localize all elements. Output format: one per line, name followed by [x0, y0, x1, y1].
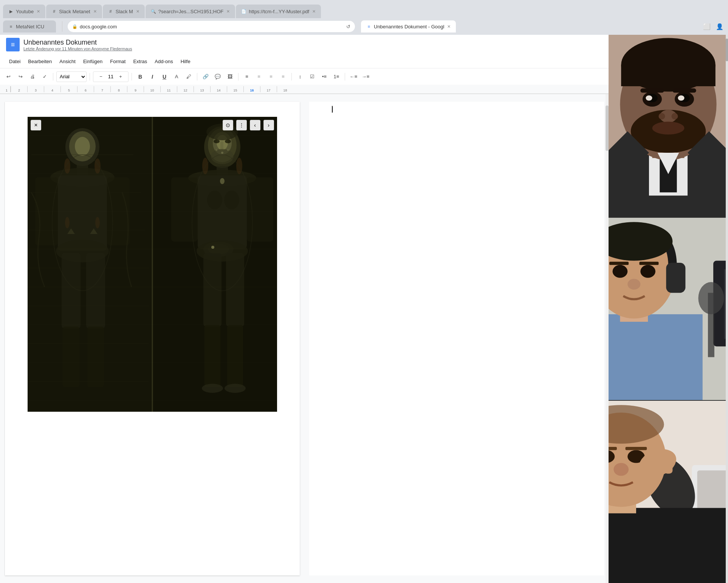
decrease-indent-button[interactable]: ←≡ — [348, 71, 359, 82]
text-cursor-indicator: | — [332, 106, 333, 113]
image-focus-button[interactable]: ⊙ — [223, 120, 233, 130]
font-size-decrease[interactable]: − — [96, 71, 106, 82]
tab-metanet-icu[interactable]: ≡ MetaNet ICU — [3, 20, 56, 33]
tab-slack-m-close[interactable]: ✕ — [136, 9, 139, 14]
print-button[interactable]: 🖨 — [27, 71, 38, 82]
svg-point-93 — [678, 95, 685, 101]
text-color-button[interactable]: A — [171, 71, 182, 82]
menu-addons[interactable]: Add-ons — [152, 57, 176, 66]
tab-gdocs[interactable]: ≡ Unbenanntes Dokument - Googl ✕ — [361, 20, 456, 33]
image-next-button[interactable]: › — [263, 120, 274, 130]
increase-indent-button[interactable]: →≡ — [360, 71, 371, 82]
address-bar[interactable]: 🔒 docs.google.com ↺ — [68, 21, 355, 32]
spellcheck-button[interactable]: ✓ — [39, 71, 50, 82]
user-profile-button[interactable]: 👤 — [714, 21, 725, 32]
ruler-mark-11: 11 — [160, 86, 177, 92]
svg-point-114 — [613, 265, 628, 278]
svg-rect-46 — [203, 253, 221, 327]
undo-button[interactable]: ↩ — [3, 71, 14, 82]
svg-point-99 — [652, 122, 684, 135]
tab-slack-m[interactable]: # Slack M ✕ — [103, 5, 145, 18]
gdocs-content-wrapper: ✕ ⊙ ⋮ ‹ › — [0, 94, 609, 583]
toolbar-divider-6 — [291, 73, 292, 81]
checklist-button[interactable]: ☑ — [307, 71, 318, 82]
menu-bearbeiten[interactable]: Bearbeiten — [25, 57, 55, 66]
extensions-button[interactable]: ⬜ — [702, 21, 712, 32]
url-text: docs.google.com — [80, 24, 344, 29]
tab-youtube[interactable]: ▶ Youtube ✕ — [3, 5, 45, 18]
menu-ansicht[interactable]: Ansicht — [56, 57, 79, 66]
menu-format[interactable]: Format — [107, 57, 129, 66]
svg-point-97 — [658, 113, 665, 119]
redo-button[interactable]: ↪ — [15, 71, 26, 82]
svg-rect-136 — [609, 447, 617, 450]
ruler-mark-0: 1 — [6, 88, 8, 92]
justify-button[interactable]: ≡ — [278, 71, 288, 82]
ruler-mark-10: 10 — [144, 86, 160, 92]
doc-scrollbar-thumb[interactable] — [606, 105, 609, 151]
font-size-control: − 11 + — [93, 71, 129, 82]
italic-button[interactable]: I — [147, 71, 158, 82]
doc-content-area[interactable]: ✕ ⊙ ⋮ ‹ › — [0, 94, 609, 583]
comment-button[interactable]: 💬 — [212, 71, 223, 82]
image-prev-button[interactable]: ‹ — [250, 120, 260, 130]
tab-gdocs-close[interactable]: ✕ — [447, 24, 451, 29]
docs-document-title[interactable]: Unbenanntes Dokument — [23, 39, 132, 47]
image-button[interactable]: 🖼 — [225, 71, 235, 82]
ruler: 1 2 3 4 5 6 7 8 9 10 11 12 13 14 15 16 — [0, 85, 609, 94]
bullet-list-button[interactable]: •≡ — [319, 71, 330, 82]
tab-slack-metanet[interactable]: # Slack Metanet ✕ — [46, 5, 102, 18]
align-right-button[interactable]: ≡ — [266, 71, 276, 82]
doc-image-controls-right: ⊙ ⋮ ‹ › — [223, 120, 274, 130]
tab-youtube-close[interactable]: ✕ — [37, 9, 40, 14]
toolbar-divider-5 — [238, 73, 239, 81]
gdocs-favicon: ≡ — [366, 24, 372, 29]
align-center-button[interactable]: ≡ — [254, 71, 264, 82]
bold-button[interactable]: B — [135, 71, 146, 82]
sidebar-scrollbar[interactable] — [726, 35, 728, 583]
link-button[interactable]: 🔗 — [200, 71, 211, 82]
svg-point-25 — [95, 217, 100, 228]
image-close-button[interactable]: ✕ — [31, 120, 41, 130]
docs-title-bar: ≡ Unbenanntes Dokument Letzte Änderung v… — [0, 35, 609, 54]
menu-einfuegen[interactable]: Einfügen — [80, 57, 105, 66]
font-size-value[interactable]: 11 — [107, 74, 115, 79]
svg-point-57 — [216, 149, 217, 151]
svg-rect-141 — [654, 452, 663, 474]
ruler-mark-7: 7 — [94, 86, 110, 92]
font-size-increase[interactable]: + — [115, 71, 126, 82]
slack-metanet-favicon: # — [51, 9, 57, 14]
browser-actions: ⬜ 👤 — [702, 21, 725, 32]
menu-datei[interactable]: Datei — [6, 57, 23, 66]
svg-point-31 — [214, 140, 220, 143]
tab-gdocs-label: Unbenanntes Dokument - Googl — [374, 24, 444, 29]
tab-pdf-close[interactable]: ✕ — [312, 9, 316, 14]
menu-hilfe[interactable]: Hilfe — [178, 57, 194, 66]
menu-extras[interactable]: Extras — [130, 57, 150, 66]
reload-icon[interactable]: ↺ — [346, 24, 350, 29]
svg-rect-85 — [621, 65, 716, 86]
tab-search[interactable]: 🔍 ?search=Jes...SCH1951;HOF ✕ — [146, 5, 235, 18]
tab-slack-metanet-close[interactable]: ✕ — [93, 9, 97, 14]
svg-point-56 — [221, 152, 223, 154]
ruler-mark-4: 4 — [44, 86, 60, 92]
svg-rect-38 — [198, 175, 247, 249]
tab-search-close[interactable]: ✕ — [226, 9, 230, 14]
doc-image-container: ✕ ⊙ ⋮ ‹ › — [28, 117, 277, 412]
toolbar-divider-2 — [90, 73, 90, 81]
font-family-select[interactable]: Arial — [56, 71, 87, 82]
ruler-mark-5: 5 — [60, 86, 77, 92]
ruler-mark-8: 8 — [110, 86, 127, 92]
underline-button[interactable]: U — [159, 71, 170, 82]
image-more-button[interactable]: ⋮ — [236, 120, 247, 130]
tab-pdf[interactable]: 📄 https://tcm-f...YY-Muster.pdf ✕ — [236, 5, 321, 18]
highlight-button[interactable]: 🖊 — [183, 71, 194, 82]
align-left-button[interactable]: ≡ — [242, 71, 252, 82]
line-spacing-button[interactable]: ↕ — [295, 71, 305, 82]
ruler-mark-18: 18 — [277, 86, 293, 92]
doc-scrollbar[interactable] — [606, 94, 609, 583]
docs-menu-bar: Datei Bearbeiten Ansicht Einfügen Format… — [0, 54, 609, 68]
svg-point-59 — [211, 246, 214, 249]
sidebar-scrollbar-thumb[interactable] — [726, 39, 728, 61]
numbered-list-button[interactable]: 1≡ — [331, 71, 342, 82]
